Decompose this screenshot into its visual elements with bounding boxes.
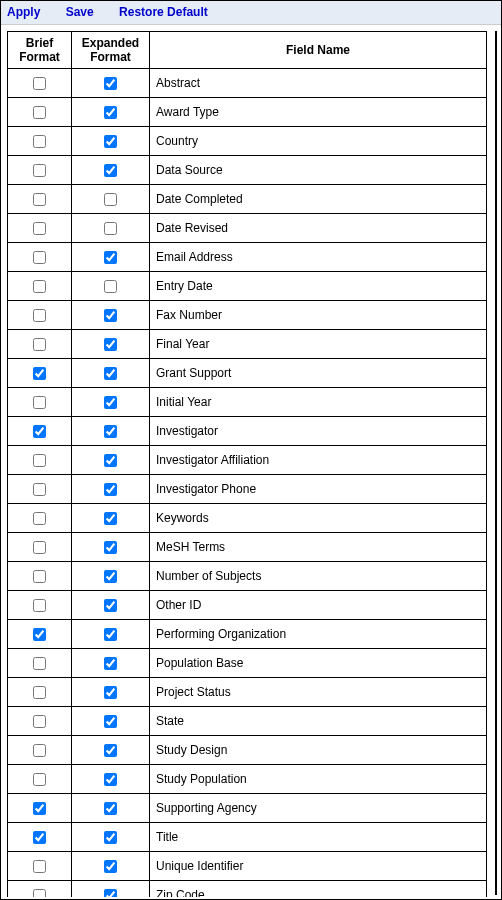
field-name-cell: Number of Subjects bbox=[150, 562, 487, 591]
brief-format-checkbox[interactable] bbox=[33, 686, 46, 699]
brief-format-cell bbox=[8, 330, 72, 359]
expanded-format-checkbox[interactable] bbox=[104, 367, 117, 380]
brief-format-checkbox[interactable] bbox=[33, 338, 46, 351]
expanded-format-checkbox[interactable] bbox=[104, 106, 117, 119]
field-name-cell: Investigator bbox=[150, 417, 487, 446]
field-name-cell: Title bbox=[150, 823, 487, 852]
brief-format-checkbox[interactable] bbox=[33, 193, 46, 206]
brief-format-checkbox[interactable] bbox=[33, 802, 46, 815]
expanded-format-checkbox[interactable] bbox=[104, 251, 117, 264]
brief-format-cell bbox=[8, 591, 72, 620]
table-row: Project Status bbox=[8, 678, 487, 707]
expanded-format-cell bbox=[72, 765, 150, 794]
brief-format-checkbox[interactable] bbox=[33, 773, 46, 786]
brief-format-cell bbox=[8, 620, 72, 649]
brief-format-checkbox[interactable] bbox=[33, 251, 46, 264]
brief-format-checkbox[interactable] bbox=[33, 599, 46, 612]
table-row: Email Address bbox=[8, 243, 487, 272]
expanded-format-checkbox[interactable] bbox=[104, 889, 117, 897]
field-name-cell: Investigator Affiliation bbox=[150, 446, 487, 475]
brief-format-cell bbox=[8, 707, 72, 736]
expanded-format-cell bbox=[72, 649, 150, 678]
expanded-format-checkbox[interactable] bbox=[104, 599, 117, 612]
expanded-format-checkbox[interactable] bbox=[104, 570, 117, 583]
brief-format-checkbox[interactable] bbox=[33, 831, 46, 844]
brief-format-checkbox[interactable] bbox=[33, 541, 46, 554]
apply-link[interactable]: Apply bbox=[7, 5, 40, 19]
expanded-format-checkbox[interactable] bbox=[104, 396, 117, 409]
content: Brief Format Expanded Format Field Name … bbox=[1, 25, 501, 897]
brief-format-checkbox[interactable] bbox=[33, 164, 46, 177]
brief-format-cell bbox=[8, 359, 72, 388]
brief-format-checkbox[interactable] bbox=[33, 367, 46, 380]
brief-format-checkbox[interactable] bbox=[33, 657, 46, 670]
expanded-format-checkbox[interactable] bbox=[104, 193, 117, 206]
brief-format-cell bbox=[8, 736, 72, 765]
expanded-format-checkbox[interactable] bbox=[104, 512, 117, 525]
field-name-cell: Award Type bbox=[150, 98, 487, 127]
expanded-format-checkbox[interactable] bbox=[104, 773, 117, 786]
window-frame: Apply Save Restore Default Brief Format … bbox=[0, 0, 502, 900]
brief-format-checkbox[interactable] bbox=[33, 744, 46, 757]
table-row: Number of Subjects bbox=[8, 562, 487, 591]
expanded-format-checkbox[interactable] bbox=[104, 715, 117, 728]
table-row: Abstract bbox=[8, 69, 487, 98]
brief-format-checkbox[interactable] bbox=[33, 106, 46, 119]
brief-format-checkbox[interactable] bbox=[33, 222, 46, 235]
brief-format-checkbox[interactable] bbox=[33, 309, 46, 322]
field-name-cell: State bbox=[150, 707, 487, 736]
expanded-format-checkbox[interactable] bbox=[104, 280, 117, 293]
brief-format-checkbox[interactable] bbox=[33, 628, 46, 641]
expanded-format-checkbox[interactable] bbox=[104, 657, 117, 670]
brief-format-checkbox[interactable] bbox=[33, 280, 46, 293]
expanded-format-checkbox[interactable] bbox=[104, 77, 117, 90]
table-row: Fax Number bbox=[8, 301, 487, 330]
brief-format-checkbox[interactable] bbox=[33, 860, 46, 873]
expanded-format-checkbox[interactable] bbox=[104, 164, 117, 177]
field-name-cell: Date Revised bbox=[150, 214, 487, 243]
expanded-format-cell bbox=[72, 794, 150, 823]
brief-format-cell bbox=[8, 504, 72, 533]
expanded-format-cell bbox=[72, 562, 150, 591]
expanded-format-checkbox[interactable] bbox=[104, 309, 117, 322]
expanded-format-checkbox[interactable] bbox=[104, 135, 117, 148]
field-name-cell: Performing Organization bbox=[150, 620, 487, 649]
table-row: Award Type bbox=[8, 98, 487, 127]
table-row: Investigator bbox=[8, 417, 487, 446]
expanded-format-checkbox[interactable] bbox=[104, 802, 117, 815]
brief-format-checkbox[interactable] bbox=[33, 512, 46, 525]
expanded-format-cell bbox=[72, 185, 150, 214]
expanded-format-checkbox[interactable] bbox=[104, 628, 117, 641]
brief-format-checkbox[interactable] bbox=[33, 425, 46, 438]
brief-format-cell bbox=[8, 127, 72, 156]
brief-format-checkbox[interactable] bbox=[33, 715, 46, 728]
table-row: State bbox=[8, 707, 487, 736]
brief-format-checkbox[interactable] bbox=[33, 454, 46, 467]
table-row: Investigator Phone bbox=[8, 475, 487, 504]
expanded-format-checkbox[interactable] bbox=[104, 541, 117, 554]
brief-format-checkbox[interactable] bbox=[33, 570, 46, 583]
brief-format-cell bbox=[8, 794, 72, 823]
brief-format-cell bbox=[8, 649, 72, 678]
expanded-format-checkbox[interactable] bbox=[104, 744, 117, 757]
brief-format-checkbox[interactable] bbox=[33, 889, 46, 897]
expanded-format-checkbox[interactable] bbox=[104, 686, 117, 699]
expanded-format-checkbox[interactable] bbox=[104, 338, 117, 351]
expanded-format-checkbox[interactable] bbox=[104, 860, 117, 873]
save-link[interactable]: Save bbox=[66, 5, 94, 19]
expanded-format-cell bbox=[72, 330, 150, 359]
expanded-format-checkbox[interactable] bbox=[104, 222, 117, 235]
header-brief-format: Brief Format bbox=[8, 32, 72, 69]
table-row: Unique Identifier bbox=[8, 852, 487, 881]
brief-format-checkbox[interactable] bbox=[33, 483, 46, 496]
brief-format-checkbox[interactable] bbox=[33, 135, 46, 148]
expanded-format-checkbox[interactable] bbox=[104, 831, 117, 844]
expanded-format-cell bbox=[72, 852, 150, 881]
expanded-format-checkbox[interactable] bbox=[104, 483, 117, 496]
field-name-cell: Project Status bbox=[150, 678, 487, 707]
expanded-format-checkbox[interactable] bbox=[104, 454, 117, 467]
brief-format-checkbox[interactable] bbox=[33, 396, 46, 409]
restore-default-link[interactable]: Restore Default bbox=[119, 5, 208, 19]
expanded-format-checkbox[interactable] bbox=[104, 425, 117, 438]
brief-format-checkbox[interactable] bbox=[33, 77, 46, 90]
